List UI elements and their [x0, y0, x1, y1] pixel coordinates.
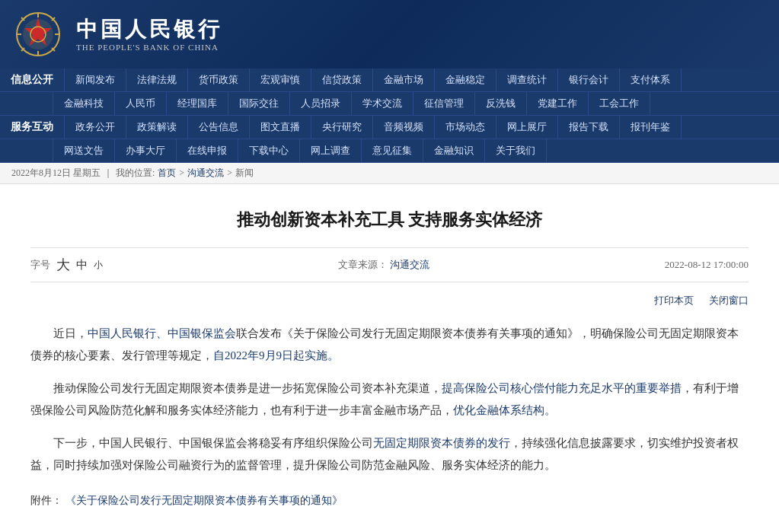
- breadcrumb-arrow2: >: [227, 167, 232, 179]
- nav-item-feedback[interactable]: 意见征集: [362, 139, 423, 162]
- nav-item-macro[interactable]: 宏观审慎: [250, 68, 311, 91]
- nav-item-exhibition[interactable]: 网上展厅: [496, 116, 558, 139]
- nav-items-row1: 新闻发布 法律法规 货币政策 宏观审慎 信贷政策 金融市场 金融稳定 调查统计 …: [65, 68, 779, 91]
- nav-item-media[interactable]: 音频视频: [373, 116, 435, 139]
- nav-item-about[interactable]: 关于我们: [485, 139, 547, 162]
- breadcrumb-location-label: 我的位置:: [116, 167, 155, 180]
- font-size-medium[interactable]: 中: [76, 258, 88, 272]
- nav-item-financial-market[interactable]: 金融市场: [373, 68, 435, 91]
- breadcrumb-home[interactable]: 首页: [158, 167, 176, 180]
- nav-item-survey[interactable]: 调查统计: [496, 68, 558, 91]
- nav-item-aml[interactable]: 反洗钱: [475, 92, 527, 115]
- nav-item-party[interactable]: 党建工作: [527, 92, 589, 115]
- header: 中国人民银行 THE PEOPLE'S BANK OF CHINA: [0, 0, 779, 68]
- nav-item-rmb[interactable]: 人民币: [115, 92, 167, 115]
- font-size-controls: 字号 大 中 小: [30, 256, 103, 274]
- font-size-small[interactable]: 小: [94, 259, 103, 272]
- nav-row-4: 网送文告 办事大厅 在线申报 下载中心 网上调查 意见征集 金融知识 关于我们: [0, 139, 779, 163]
- meta-date: 2022-08-12 17:00:00: [665, 259, 749, 271]
- nav-item-treasury[interactable]: 经理国库: [167, 92, 228, 115]
- breadcrumb-date: 2022年8月12日 星期五: [11, 167, 101, 180]
- nav-item-banking[interactable]: 银行会计: [558, 68, 620, 91]
- nav-item-reports[interactable]: 报告下载: [558, 116, 620, 139]
- nav-items-row3: 政务公开 政策解读 公告信息 图文直播 央行研究 音频视频 市场动态 网上展厅 …: [65, 116, 779, 139]
- nav-item-market-news[interactable]: 市场动态: [435, 116, 496, 139]
- content-area: 推动创新资本补充工具 支持服务实体经济 字号 大 中 小 文章来源： 沟通交流 …: [0, 184, 779, 532]
- nav-item-fin-knowledge[interactable]: 金融知识: [423, 139, 485, 162]
- source-label: 文章来源：: [338, 259, 388, 270]
- nav-item-live[interactable]: 图文直播: [250, 116, 311, 139]
- nav-item-monetary[interactable]: 货币政策: [188, 68, 250, 91]
- breadcrumb-separator1: ｜: [104, 167, 113, 180]
- font-size-large[interactable]: 大: [56, 256, 70, 274]
- nav-item-policy-interp[interactable]: 政策解读: [126, 116, 188, 139]
- nav-item-news[interactable]: 新闻发布: [65, 68, 126, 91]
- nav-item-union[interactable]: 工会工作: [589, 92, 650, 115]
- meta-source: 文章来源： 沟通交流: [338, 258, 429, 272]
- logo-text: 中国人民银行 THE PEOPLE'S BANK OF CHINA: [76, 17, 222, 52]
- bank-emblem: [15, 11, 61, 57]
- nav-row-1: 信息公开 新闻发布 法律法规 货币政策 宏观审慎 信贷政策 金融市场 金融稳定 …: [0, 68, 779, 92]
- breadcrumb-section[interactable]: 沟通交流: [187, 167, 224, 180]
- article-attachment: 附件： 《关于保险公司发行无固定期限资本债券有关事项的通知》: [30, 491, 749, 511]
- nav-item-credit-mgmt[interactable]: 征信管理: [413, 92, 475, 115]
- nav-label-empty1: [0, 92, 53, 115]
- article-paragraph-3: 下一步，中国人民银行、中国银保监会将稳妥有序组织保险公司无固定期限资本债券的发行…: [30, 432, 749, 476]
- nav-item-online-submit[interactable]: 在线申报: [177, 139, 238, 162]
- logo-english: THE PEOPLE'S BANK OF CHINA: [76, 43, 219, 52]
- nav-item-download[interactable]: 下载中心: [238, 139, 300, 162]
- article-title: 推动创新资本补充工具 支持服务实体经济: [30, 207, 749, 232]
- article-meta: 字号 大 中 小 文章来源： 沟通交流 2022-08-12 17:00:00: [30, 247, 749, 282]
- nav-item-intl[interactable]: 国际交往: [228, 92, 290, 115]
- nav-item-credit[interactable]: 信贷政策: [311, 68, 373, 91]
- nav-items-row2: 金融科技 人民币 经理国库 国际交往 人员招录 学术交流 征信管理 反洗钱 党建…: [53, 92, 779, 115]
- font-size-label: 字号: [30, 258, 50, 272]
- nav-item-announcement[interactable]: 公告信息: [188, 116, 250, 139]
- navigation: 信息公开 新闻发布 法律法规 货币政策 宏观审慎 信贷政策 金融市场 金融稳定 …: [0, 68, 779, 163]
- nav-row-3: 服务互动 政务公开 政策解读 公告信息 图文直播 央行研究 音频视频 市场动态 …: [0, 116, 779, 139]
- logo-chinese: 中国人民银行: [76, 17, 222, 43]
- nav-label-empty2: [0, 139, 53, 162]
- print-button[interactable]: 打印本页: [654, 294, 694, 307]
- nav-item-research[interactable]: 央行研究: [311, 116, 373, 139]
- nav-item-survey2[interactable]: 网上调查: [300, 139, 362, 162]
- nav-item-fintech[interactable]: 金融科技: [53, 92, 115, 115]
- nav-item-gov-open[interactable]: 政务公开: [65, 116, 126, 139]
- breadcrumb-bar: 2022年8月12日 星期五 ｜ 我的位置: 首页 > 沟通交流 > 新闻: [0, 163, 779, 184]
- article-body: 近日，中国人民银行、中国银保监会联合发布《关于保险公司发行无固定期限资本债券有关…: [30, 323, 749, 511]
- article-paragraph-1: 近日，中国人民银行、中国银保监会联合发布《关于保险公司发行无固定期限资本债券有关…: [30, 323, 749, 366]
- nav-items-row4: 网送文告 办事大厅 在线申报 下载中心 网上调查 意见征集 金融知识 关于我们: [53, 139, 779, 162]
- article-paragraph-2: 推动保险公司发行无固定期限资本债券是进一步拓宽保险公司资本补充渠道，提高保险公司…: [30, 377, 749, 421]
- article-actions: 打印本页 关闭窗口: [30, 294, 749, 307]
- nav-item-payment[interactable]: 支付体系: [620, 68, 682, 91]
- nav-row-2: 金融科技 人民币 经理国库 国际交往 人员招录 学术交流 征信管理 反洗钱 党建…: [0, 92, 779, 116]
- nav-item-law[interactable]: 法律法规: [126, 68, 188, 91]
- breadcrumb-arrow1: >: [179, 167, 184, 179]
- close-button[interactable]: 关闭窗口: [709, 294, 749, 307]
- nav-item-hall[interactable]: 办事大厅: [115, 139, 177, 162]
- nav-item-academic[interactable]: 学术交流: [352, 92, 413, 115]
- nav-label-info: 信息公开: [0, 68, 65, 91]
- nav-item-periodicals[interactable]: 报刊年鉴: [620, 116, 682, 139]
- nav-label-service: 服务互动: [0, 116, 65, 139]
- breadcrumb-page: 新闻: [235, 167, 254, 180]
- source-link[interactable]: 沟通交流: [390, 259, 429, 270]
- nav-item-recruit[interactable]: 人员招录: [290, 92, 352, 115]
- attachment-link[interactable]: 《关于保险公司发行无固定期限资本债券有关事项的通知》: [65, 495, 343, 506]
- nav-item-notice[interactable]: 网送文告: [53, 139, 115, 162]
- nav-item-stability[interactable]: 金融稳定: [435, 68, 496, 91]
- attachment-label: 附件：: [30, 495, 62, 506]
